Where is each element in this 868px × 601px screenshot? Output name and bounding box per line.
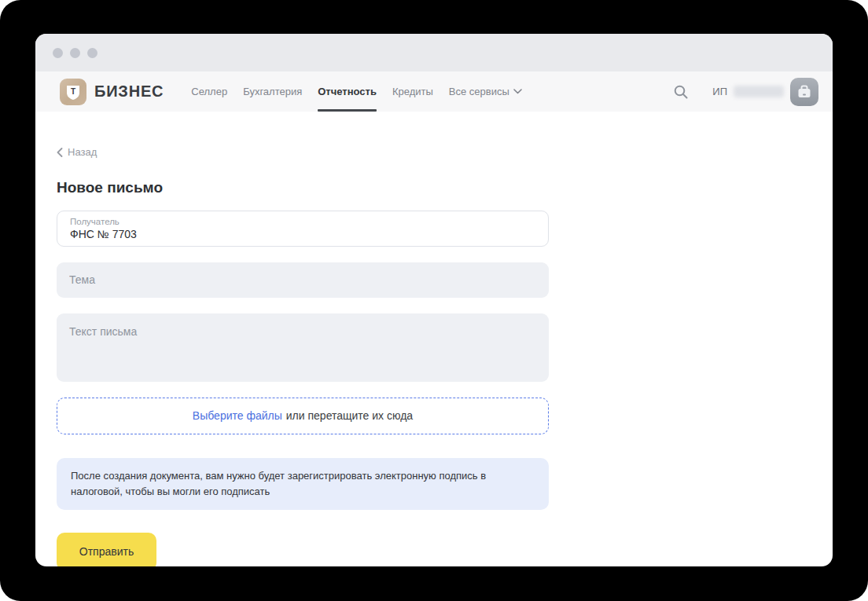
shield-logo-icon: Т: [64, 82, 83, 101]
svg-text:Т: Т: [71, 86, 75, 95]
recipient-field-label: Получатель: [70, 217, 535, 226]
back-link-label: Назад: [68, 146, 97, 158]
dropzone-hint-text: или перетащите их сюда: [286, 409, 413, 422]
search-icon: [673, 84, 689, 100]
recipient-field-value: ФНС № 7703: [70, 228, 535, 240]
nav-item-accounting[interactable]: Бухгалтерия: [235, 71, 310, 112]
briefcase-icon: [796, 83, 813, 101]
letter-body-textarea[interactable]: [57, 313, 549, 382]
window-dot-3[interactable]: [87, 48, 97, 58]
back-link[interactable]: Назад: [57, 146, 97, 158]
nav-item-reporting[interactable]: Отчетность: [310, 71, 384, 112]
nav-item-all-services[interactable]: Все сервисы: [441, 71, 530, 112]
account-type-label: ИП: [712, 86, 727, 97]
nav-item-seller[interactable]: Селлер: [183, 71, 235, 112]
browser-window: Т БИЗНЕС Селлер Бухгалтерия Отчетность К…: [35, 34, 833, 566]
account-switcher[interactable]: ИП: [712, 78, 818, 106]
nav-item-credits[interactable]: Кредиты: [384, 71, 441, 112]
header-right: ИП: [670, 78, 818, 106]
file-dropzone[interactable]: Выберите файлы или перетащите их сюда: [57, 398, 549, 434]
logo-shield-badge: Т: [60, 79, 86, 105]
window-dot-2[interactable]: [70, 48, 80, 58]
app-header: Т БИЗНЕС Селлер Бухгалтерия Отчетность К…: [35, 71, 833, 112]
send-button[interactable]: Отправить: [57, 533, 156, 566]
page-content: Назад Новое письмо Получатель ФНС № 7703…: [35, 112, 833, 566]
browser-chrome-bar: [35, 34, 833, 71]
choose-files-link[interactable]: Выберите файлы: [193, 409, 282, 422]
recipient-field[interactable]: Получатель ФНС № 7703: [57, 211, 549, 247]
window-dot-1[interactable]: [53, 48, 63, 58]
account-name-blurred: [734, 86, 784, 97]
signature-notice: После создания документа, вам нужно буде…: [57, 458, 549, 510]
subject-input[interactable]: [57, 262, 549, 298]
chevron-down-icon: [513, 89, 522, 94]
letter-form: Получатель ФНС № 7703 Выберите файлы или…: [57, 211, 549, 567]
logo-text: БИЗНЕС: [94, 82, 164, 101]
avatar[interactable]: [790, 78, 818, 106]
page-title: Новое письмо: [57, 179, 811, 196]
chevron-left-icon: [57, 148, 63, 157]
search-button[interactable]: [670, 81, 692, 103]
t-business-logo[interactable]: Т БИЗНЕС: [60, 79, 164, 105]
main-nav: Селлер Бухгалтерия Отчетность Кредиты Вс…: [183, 71, 529, 112]
